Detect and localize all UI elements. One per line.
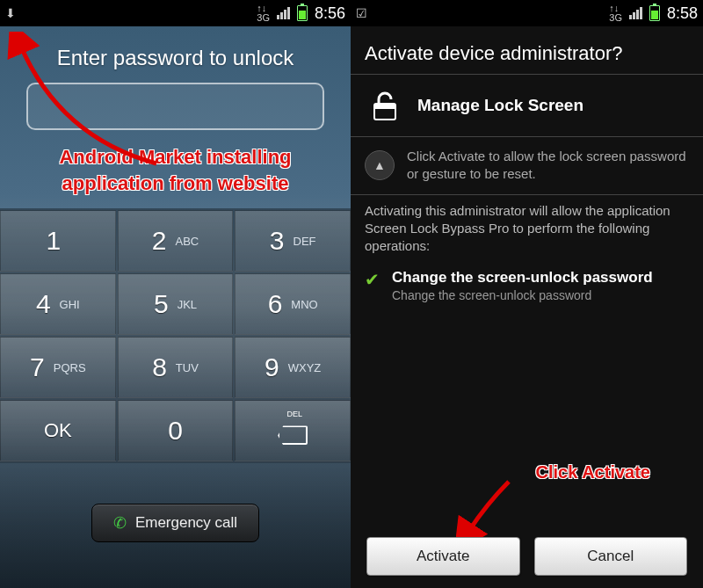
collapse-icon[interactable]: ▲	[365, 150, 395, 180]
signal-icon	[629, 7, 642, 19]
key-9[interactable]: 9WXYZ	[235, 337, 351, 398]
key-4[interactable]: 4GHI	[0, 273, 116, 335]
permission-desc: Change the screen-unlock password	[392, 288, 653, 302]
hint-text: Click Activate to allow the lock screen …	[407, 148, 689, 184]
device-admin-body: Activate device administrator? Manage Lo…	[351, 26, 703, 588]
app-header-row: Manage Lock Screen	[351, 75, 703, 136]
checkbox-icon: ☑	[356, 6, 367, 20]
button-row: Activate Cancel	[351, 537, 703, 576]
phone-icon: ✆	[113, 513, 127, 533]
annotation-text: Click Activate	[536, 462, 650, 483]
permission-title: Change the screen-unlock password	[392, 269, 653, 287]
key-2[interactable]: 2ABC	[118, 210, 234, 272]
emergency-row: ✆ Emergency call	[0, 463, 351, 588]
key-8[interactable]: 8TUV	[118, 337, 234, 398]
key-0[interactable]: 0	[118, 400, 234, 461]
key-7[interactable]: 7PQRS	[0, 337, 116, 398]
status-clock: 8:56	[315, 4, 345, 23]
permission-row: ✔ Change the screen-unlock password Chan…	[351, 264, 703, 308]
emergency-call-button[interactable]: ✆ Emergency call	[91, 504, 259, 542]
battery-icon	[649, 5, 660, 21]
network-3g-icon: ↑↓3G	[257, 4, 270, 23]
key-ok[interactable]: OK	[0, 400, 116, 461]
app-name: Manage Lock Screen	[417, 96, 583, 115]
emergency-label: Emergency call	[135, 514, 237, 532]
lockscreen-phone: ⬇ ↑↓3G 8:56 Enter password to unlock And…	[0, 0, 351, 588]
key-3[interactable]: 3DEF	[235, 210, 351, 272]
download-icon: ⬇	[5, 6, 16, 20]
numeric-keypad: 1 2ABC 3DEF 4GHI 5JKL 6MNO 7PQRS 8TUV 9W…	[0, 208, 351, 463]
hint-row: ▲ Click Activate to allow the lock scree…	[351, 137, 703, 194]
lockscreen-body: Enter password to unlock Android Market …	[0, 26, 351, 588]
key-6[interactable]: 6MNO	[235, 273, 351, 335]
key-5[interactable]: 5JKL	[118, 273, 234, 335]
signal-icon	[277, 7, 290, 19]
network-3g-icon: ↑↓3G	[609, 4, 622, 23]
admin-description: Activating this administrator will allow…	[351, 195, 703, 265]
check-icon: ✔	[365, 271, 380, 302]
backspace-icon	[278, 425, 308, 445]
key-delete[interactable]: DEL	[235, 400, 351, 461]
status-bar: ☑ ↑↓3G 8:58	[351, 0, 703, 26]
cancel-button[interactable]: Cancel	[534, 537, 688, 576]
status-clock: 8:58	[667, 4, 698, 23]
svg-rect-2	[374, 104, 395, 109]
device-admin-phone: ☑ ↑↓3G 8:58 Activate device administrato…	[351, 0, 703, 588]
battery-icon	[297, 5, 308, 21]
password-input[interactable]	[26, 83, 324, 130]
status-bar: ⬇ ↑↓3G 8:56	[0, 0, 351, 26]
activate-button[interactable]: Activate	[366, 537, 520, 576]
key-1[interactable]: 1	[0, 210, 116, 272]
annotation-text: Android Market installing application fr…	[0, 137, 351, 208]
lockscreen-title: Enter password to unlock	[0, 26, 351, 83]
lock-icon	[365, 85, 405, 126]
annotation-arrow-icon	[456, 477, 518, 539]
page-title: Activate device administrator?	[351, 26, 703, 74]
